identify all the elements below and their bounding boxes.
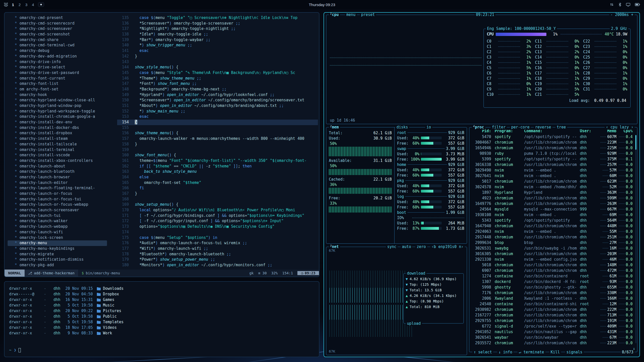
- process-row[interactable]: 5343spotify/opt/spotify/spotifydhh564M0.…: [472, 218, 635, 223]
- code-line[interactable]: 157 omarchy-launch-walker -m menus:omarc…: [116, 136, 319, 142]
- file-list-item[interactable]: *omarchy-launch-browser: [5, 175, 116, 180]
- process-row[interactable]: 24540containe/usr/bin/containerd-shiroot…: [472, 301, 635, 307]
- update-interval-control[interactable]: - 2000ms +: [609, 12, 635, 17]
- process-row[interactable]: 5998ghostty/usr/bin/ghostty --gtk-dhh655…: [472, 284, 635, 290]
- process-row[interactable]: 1649776chromium/usr/lib/chromium/chromdh…: [472, 201, 635, 206]
- file-list-item[interactable]: *omarchy-drive-set-password: [5, 70, 116, 76]
- proc-column-user[interactable]: User:: [580, 129, 593, 133]
- file-list-item[interactable]: *omarchy-launch-tui: [5, 213, 116, 219]
- file-list-item[interactable]: *omarchy-launch-about: [5, 164, 116, 169]
- process-row[interactable]: 1654946chromium/usr/lib/chromium/chromdh…: [472, 145, 635, 151]
- cpu-panel-title[interactable]: 1cpu: [329, 12, 340, 17]
- process-row[interactable]: 2924063nvimnvim --embed .dhh55M0.0: [472, 229, 635, 234]
- code-line[interactable]: 139 *Bar*) omarchy-toggle-waybar ;;: [116, 37, 319, 43]
- file-list-item[interactable]: *omarchy-install-dev-env: [5, 120, 116, 125]
- process-row[interactable]: 1274containe/usr/bin/containerdroot61M0.…: [472, 273, 635, 279]
- code-line[interactable]: 135 case $(menu "Toggle" "▢ Screensaver\…: [116, 15, 319, 21]
- process-row[interactable]: 3026541waybar/usr/bin/waybardhh67M0.0: [472, 335, 635, 340]
- process-row[interactable]: 2930982chromium/usr/lib/chromium/chromdh…: [472, 307, 635, 312]
- code-line[interactable]: 164 else: [116, 175, 319, 180]
- code-line[interactable]: 153 esac: [116, 114, 319, 120]
- proc-button[interactable]: tree: [556, 125, 567, 130]
- file-list-item[interactable]: *omarchy-cmd-share: [5, 37, 116, 43]
- file-list-item[interactable]: *omarchy-drive-select: [5, 65, 116, 70]
- file-list-item[interactable]: *omarchy-launch-wifi: [5, 230, 116, 235]
- file-list-item[interactable]: *omarchy-debug: [5, 48, 116, 54]
- process-row[interactable]: 2921330nvimnvim --embed config.jsodhh46M…: [472, 257, 635, 262]
- process-row[interactable]: 3016305chromium/usr/lib/chromium/chromdh…: [472, 251, 635, 257]
- sort-selector[interactable]: ‹ cpu lazy ›: [605, 125, 635, 130]
- proc-footer-key[interactable]: ↓ info: [497, 350, 513, 355]
- code-line[interactable]: 156show_theme_menu() {: [116, 130, 319, 136]
- file-list-item[interactable]: *omarchy-cmd-screenrecord: [5, 21, 116, 26]
- file-list-item[interactable]: *omarchy-launch-bluetooth: [5, 169, 116, 175]
- file-list-item[interactable]: *omarchy-cmd-screensaver: [5, 26, 116, 32]
- process-row[interactable]: 3016338chromium/usr/lib/chromium/chromdh…: [472, 162, 635, 167]
- net-button[interactable]: zero: [415, 244, 427, 249]
- launcher-logo-icon[interactable]: [4, 3, 8, 7]
- code-line[interactable]: 167}: [116, 191, 319, 197]
- workspace-3[interactable]: 3: [25, 3, 27, 7]
- process-row[interactable]: 1647940chromium/usr/lib/chromium/chromdh…: [472, 223, 635, 229]
- code-line[interactable]: 178 *Bluetooth*) omarchy-launch-bluetoot…: [116, 252, 319, 257]
- process-row[interactable]: 3024578nvimnvim --embed /home/dhh/dhh52M…: [472, 184, 635, 190]
- code-line[interactable]: 171 [ -f ~/.config/hypr/bindings.conf ] …: [116, 213, 319, 219]
- workspace-1[interactable]: 1: [12, 3, 14, 7]
- process-row[interactable]: 5018chromium/usr/lib/chromium/chromdhh14…: [472, 262, 635, 268]
- file-list-item[interactable]: *omarchy-launch-walker: [5, 218, 116, 224]
- file-list-item[interactable]: *omarchy-install-vscode: [5, 153, 116, 158]
- proc-footer-key[interactable]: Kill: [549, 350, 561, 355]
- code-line[interactable]: 143: [116, 59, 319, 65]
- code-line[interactable]: 172 [ -f ~/.config/hypr/input.conf ] && …: [116, 218, 319, 224]
- proc-footer-key[interactable]: ↵ terminate: [517, 350, 545, 355]
- process-row[interactable]: 1307dockerd/usr/bin/dockerd -H fd:root93…: [472, 279, 635, 284]
- process-panel-title[interactable]: 4proc: [472, 125, 485, 130]
- process-row[interactable]: 2935572chromium/usr/lib/chromium/chromdh…: [472, 340, 635, 346]
- file-list-item[interactable]: *omarchy-install-terminal: [5, 147, 116, 153]
- file-list-item[interactable]: *omarchy-menu: [5, 240, 116, 246]
- code-line[interactable]: 159: [116, 147, 319, 153]
- code-line[interactable]: 145 case $(menu "Style" "✎ Theme\nA Font…: [116, 70, 319, 76]
- file-list-item[interactable]: *omarchy-launch-or-focus-webapp: [5, 202, 116, 207]
- file-list-item[interactable]: *omarchy-install-xbox-controllers: [5, 158, 116, 164]
- process-row[interactable]: 7176chromium/usr/lib/chromium/chromdhh33…: [472, 290, 635, 296]
- file-list-item[interactable]: *omarchy-cmd-terminal-cwd: [5, 43, 116, 48]
- file-list-item[interactable]: *omarchy-drive-info: [5, 59, 116, 65]
- code-line[interactable]: 160show_font_menu() {: [116, 153, 319, 158]
- process-row[interactable]: 1930108nvimnvim --embed .dhh69M0.0: [472, 212, 635, 218]
- code-line[interactable]: 166 fi: [116, 185, 319, 191]
- clock[interactable]: Thursday 09:23: [309, 3, 335, 7]
- file-list-item[interactable]: *omarchy-font-current: [5, 76, 116, 81]
- file-list-item[interactable]: *omarchy-notification-dismiss: [5, 257, 116, 262]
- code-line[interactable]: 170 local options="♪ Audio\n☍ Wifi\nᛒ Bl…: [116, 207, 319, 213]
- code-line[interactable]: 147 *Font*) show_font_menu ;;: [116, 81, 319, 87]
- scrollbar-thumb[interactable]: [635, 135, 636, 150]
- file-list-item[interactable]: *omarchy-hyprland-window-pop: [5, 103, 116, 109]
- code-line[interactable]: 180 *Monitors*) open_in_editor ~/.config…: [116, 262, 319, 268]
- process-row[interactable]: 3029490nvimnvim --embed .dhh57M0.0: [472, 167, 635, 173]
- file-list-item[interactable]: *omarchy-hook: [5, 92, 116, 98]
- proc-footer-key[interactable]: signals: [565, 350, 584, 355]
- file-list-item[interactable]: *om archy-font-set: [5, 87, 116, 92]
- process-row[interactable]: 2929755chromium/usr/lib/chromium/chromdh…: [472, 318, 635, 323]
- process-row[interactable]: 2006XwaylandXwayland :1 -rootless -dhh16…: [472, 296, 635, 301]
- cpu-button[interactable]: menu: [345, 12, 357, 17]
- code-line[interactable]: 175 case $(menu "Setup" "$options") in: [116, 235, 319, 241]
- code-line[interactable]: 168: [116, 197, 319, 202]
- net-button[interactable]: ‹b enp191s0 n›: [430, 244, 465, 249]
- code-line[interactable]: 138 *Idle*) omarchy-toggle-idle ;;: [116, 32, 319, 37]
- process-row[interactable]: 24564mysqldmysqld --max-connection999667…: [472, 206, 635, 212]
- code-line[interactable]: 158}: [116, 142, 319, 147]
- file-list-item[interactable]: *omarchy-migrate: [5, 252, 116, 257]
- code-line[interactable]: 155: [116, 125, 319, 131]
- file-list-item[interactable]: *omarchy-hyprland-window-close-all: [5, 98, 116, 103]
- process-row[interactable]: 2167277chromium/usr/lib/chromium/chromdh…: [472, 312, 635, 318]
- file-list-item[interactable]: *omarchy-launch-floating-terminal-: [5, 185, 116, 191]
- file-list-item[interactable]: *omarchy-install-docker-dbs: [5, 125, 116, 131]
- file-list-item[interactable]: *omarchy-launch-webapp: [5, 224, 116, 230]
- code-line[interactable]: 142}: [116, 54, 319, 59]
- file-list-item[interactable]: *omarchy-launch-or-focus: [5, 191, 116, 197]
- workspace-2[interactable]: 2: [19, 3, 21, 7]
- file-list-item[interactable]: *omarchy-dev-add-migration: [5, 54, 116, 59]
- file-list-item[interactable]: *omarchy-launch-editor: [5, 180, 116, 186]
